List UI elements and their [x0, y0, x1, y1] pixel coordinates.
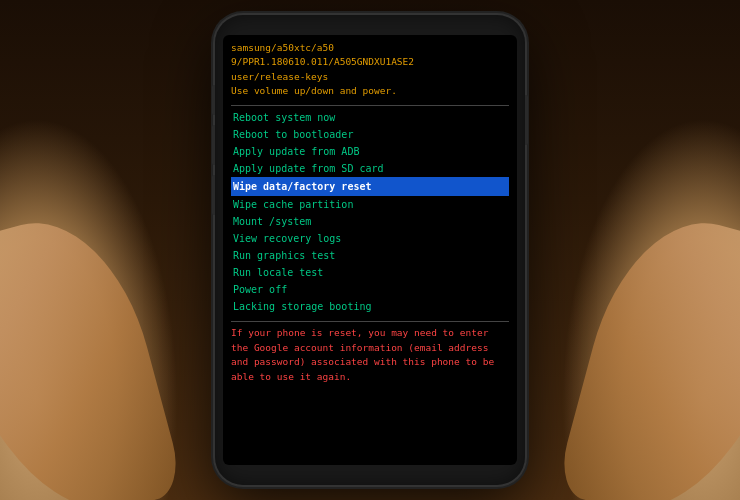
- volume-up-button: [212, 85, 215, 115]
- scene: samsung/a50xtc/a50 9/PPR1.180610.011/A50…: [0, 0, 740, 500]
- menu-item-graphics-test[interactable]: Run graphics test: [231, 247, 509, 264]
- build-type: user/release-keys: [231, 70, 509, 84]
- menu-item-lacking-storage[interactable]: Lacking storage booting: [231, 298, 509, 315]
- menu-item-adb-update[interactable]: Apply update from ADB: [231, 143, 509, 160]
- menu-item-wipe-cache[interactable]: Wipe cache partition: [231, 196, 509, 213]
- phone-body: samsung/a50xtc/a50 9/PPR1.180610.011/A50…: [215, 15, 525, 485]
- menu-item-reboot-system[interactable]: Reboot system now: [231, 109, 509, 126]
- menu-item-recovery-logs[interactable]: View recovery logs: [231, 230, 509, 247]
- volume-down-button: [212, 125, 215, 165]
- nav-hint: Use volume up/down and power.: [231, 84, 509, 98]
- menu-item-wipe-data[interactable]: Wipe data/factory reset: [231, 177, 509, 196]
- menu-item-locale-test[interactable]: Run locale test: [231, 264, 509, 281]
- header-divider: [231, 105, 509, 106]
- recovery-ui: samsung/a50xtc/a50 9/PPR1.180610.011/A50…: [223, 35, 517, 465]
- power-button: [525, 95, 528, 145]
- phone-screen: samsung/a50xtc/a50 9/PPR1.180610.011/A50…: [223, 35, 517, 465]
- menu-item-reboot-bootloader[interactable]: Reboot to bootloader: [231, 126, 509, 143]
- recovery-menu: Reboot system now Reboot to bootloader A…: [231, 109, 509, 315]
- menu-item-power-off[interactable]: Power off: [231, 281, 509, 298]
- device-info: samsung/a50xtc/a50 9/PPR1.180610.011/A50…: [231, 41, 509, 98]
- menu-item-sd-update[interactable]: Apply update from SD card: [231, 160, 509, 177]
- factory-reset-warning: If your phone is reset, you may need to …: [231, 326, 509, 385]
- device-model: samsung/a50xtc/a50: [231, 41, 509, 55]
- warning-section: If your phone is reset, you may need to …: [231, 321, 509, 385]
- build-number: 9/PPR1.180610.011/A505GNDXU1ASE2: [231, 55, 509, 69]
- menu-item-mount-system[interactable]: Mount /system: [231, 213, 509, 230]
- bixby-button: [212, 175, 215, 215]
